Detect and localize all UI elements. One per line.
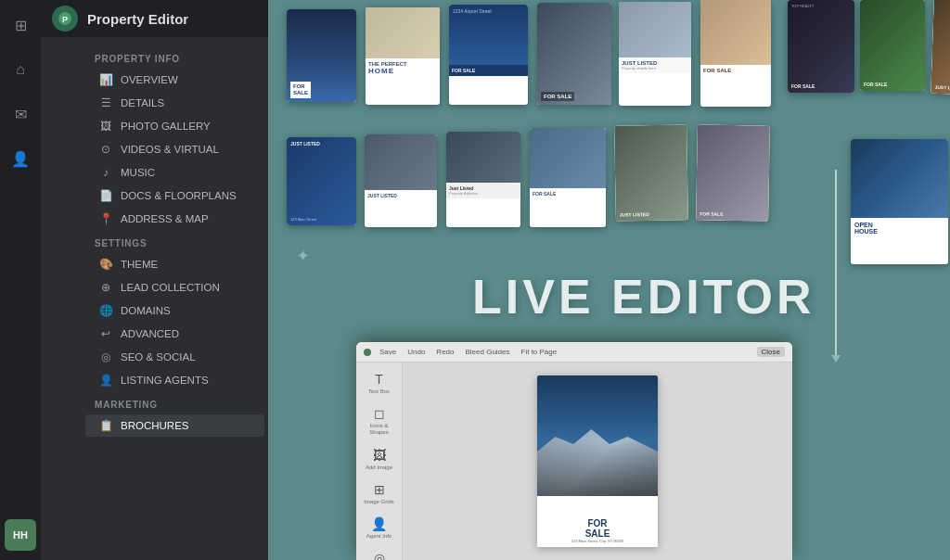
image-grids-label: Image Grids [364,499,394,505]
sidebar-header: P Property Editor [41,0,268,37]
editor-logo-dot [364,349,371,356]
template-thumb-1[interactable]: FORSALE [287,9,356,102]
shapes-tool[interactable]: ◻ Icons & Shapes [359,402,400,439]
template-thumb-5[interactable]: JUST LISTED Property details here [619,2,691,106]
text-box-label: Text Box [368,388,390,395]
template-thumb-13[interactable]: JUST LISTED 123 Main Street [287,137,356,225]
nav-item-docs[interactable]: 📄 DOCS & FLOORPLANS [85,185,264,207]
template-thumb-17[interactable]: JUST LISTED [614,124,688,221]
sidebar: P Property Editor PROPERTY INFO 📊 OVERVI… [41,0,268,560]
user-nav-icon[interactable]: 👤 [5,143,36,174]
template-thumb-6[interactable]: FOR SALE [700,0,771,107]
domains-icon: 🌐 [98,304,113,317]
videos-icon: ⊙ [98,143,113,156]
nav-item-address[interactable]: 📍 ADDRESS & MAP [85,208,264,230]
live-editor-label: LIVE EDITOR [472,269,815,325]
mail-nav-icon[interactable]: ✉ [5,98,36,130]
nav-item-brochures[interactable]: 📋 BROCHURES [85,414,264,437]
text-box-tool[interactable]: T Text Box [359,368,400,399]
agent-info-label: Agent Info [366,533,392,540]
template-thumb-18[interactable]: FOR SALE [696,124,770,221]
logo-tool[interactable]: ◎ Logo [359,547,400,560]
agent-info-tool[interactable]: 👤 Agent Info [359,513,400,543]
for-sale-label: FORSALE 123 Main Street, City, ST 00000 [537,515,658,547]
save-button[interactable]: Save [377,347,399,357]
svg-text:P: P [62,15,68,24]
brochures-icon: 📋 [98,419,113,432]
template-thumb-4[interactable]: FOR SALE [537,3,611,105]
template-thumb-7[interactable]: TOP REALTY FOR SALE [788,0,854,93]
editor-canvas: FORSALE 123 Main Street, City, ST 00000 [403,363,792,560]
add-image-tool[interactable]: 🖼 Add Image [359,444,400,475]
add-image-icon: 🖼 [373,448,386,463]
close-button[interactable]: Close [757,347,785,357]
for-sale-text: FORSALE [541,518,654,539]
agents-icon: 👤 [98,374,113,387]
add-image-label: Add Image [366,465,392,471]
overview-icon: 📊 [98,73,113,86]
text-box-icon: T [375,372,383,387]
nav-item-lead-collection[interactable]: ⊕ LEAD COLLECTION [85,276,264,299]
icon-bar: ⊞ ⌂ ✉ 👤 HH [0,0,41,560]
redo-button[interactable]: Redo [433,347,456,357]
property-address: 123 Main Street, City, ST 00000 [541,539,654,543]
editor-body: T Text Box ◻ Icons & Shapes 🖼 Add Image … [356,363,792,560]
agent-info-icon: 👤 [371,516,387,531]
grid-nav-icon[interactable]: ⊞ [5,9,36,41]
template-thumb-large-1[interactable]: OPEN HOUSE [851,139,948,264]
template-thumb-9[interactable]: JUST LISTED [931,0,950,95]
logo-icon: ◎ [374,551,385,560]
editor-window: Save Undo Redo Bleed Guides Fit to Page … [356,342,792,560]
for-sale-card: FORSALE 123 Main Street, City, ST 00000 [537,375,658,547]
main-content: FORSALE THE PERFECT HOME 1234 Airport St… [268,0,950,560]
template-thumb-14[interactable]: JUST LISTED [365,134,437,227]
nav-item-seo[interactable]: ◎ SEO & SOCIAL [85,346,264,368]
scatter-decoration: ✦ [296,246,310,266]
sidebar-nav: PROPERTY INFO 📊 OVERVIEW ☰ DETAILS 🖼 PHO… [82,37,268,560]
gallery-icon: 🖼 [98,120,113,133]
app-logo: P [52,6,78,32]
fit-to-page-button[interactable]: Fit to Page [519,347,560,357]
property-image [537,375,658,496]
docs-icon: 📄 [98,189,113,202]
details-icon: ☰ [98,96,113,109]
home-nav-icon[interactable]: ⌂ [5,54,36,85]
nav-item-videos[interactable]: ⊙ VIDEOS & VIRTUAL [85,138,264,160]
image-grids-icon: ⊞ [374,482,385,497]
nav-item-listing-agents[interactable]: 👤 LISTING AGENTS [85,369,264,391]
advanced-icon: ↩ [98,327,113,340]
undo-button[interactable]: Undo [404,347,428,357]
editor-toolbar: Save Undo Redo Bleed Guides Fit to Page … [356,342,792,363]
nav-item-music[interactable]: ♪ MUSIC [85,161,264,184]
seo-icon: ◎ [98,350,113,363]
shapes-label: Icons & Shapes [361,423,398,436]
template-thumb-16[interactable]: FOR SALE [530,128,606,227]
nav-section-marketing: MARKETING [82,392,268,414]
nav-item-domains[interactable]: 🌐 DOMAINS [85,299,264,322]
nav-section-settings: SETTINGS [82,231,268,252]
app-title: Property Editor [87,11,188,27]
nav-item-theme[interactable]: 🎨 THEME [85,253,264,275]
editor-tools-panel: T Text Box ◻ Icons & Shapes 🖼 Add Image … [356,363,403,560]
nav-item-photo-gallery[interactable]: 🖼 PHOTO GALLERY [85,115,264,137]
template-thumb-15[interactable]: Just Listed Property Address [446,132,520,227]
nav-item-overview[interactable]: 📊 OVERVIEW [85,69,264,91]
house-silhouette [537,422,658,496]
nav-item-advanced[interactable]: ↩ ADVANCED [85,323,264,345]
connector-arrow [835,170,837,355]
shapes-icon: ◻ [374,406,385,421]
hh-avatar[interactable]: HH [5,519,36,551]
image-grids-tool[interactable]: ⊞ Image Grids [359,478,400,509]
address-icon: 📍 [98,212,113,225]
nav-section-property-info: PROPERTY INFO [82,46,268,68]
nav-item-details[interactable]: ☰ DETAILS [85,92,264,114]
bleed-guides-button[interactable]: Bleed Guides [462,347,512,357]
template-thumb-2[interactable]: THE PERFECT HOME [366,7,440,105]
lead-icon: ⊕ [98,281,113,294]
music-icon: ♪ [98,166,113,179]
template-thumb-3[interactable]: 1234 Airport Street FOR SALE [449,5,528,105]
template-thumb-8[interactable]: FOR SALE [860,0,925,91]
theme-icon: 🎨 [98,258,113,271]
